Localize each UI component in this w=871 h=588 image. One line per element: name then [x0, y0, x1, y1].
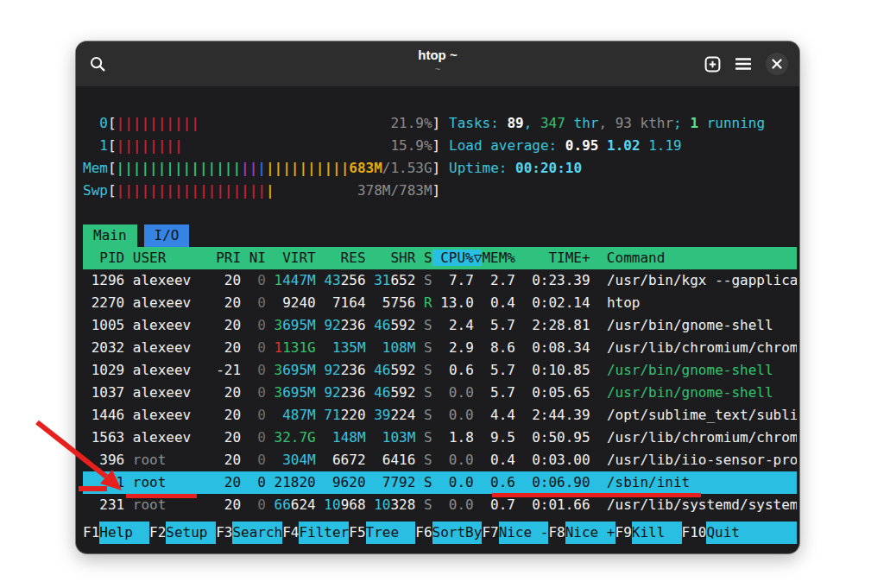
- system-stats: Tasks: 89, 347 thr, 93 kthr; 1 runningLo…: [449, 112, 765, 180]
- tab-main[interactable]: Main: [83, 224, 137, 247]
- table-header[interactable]: PID USER PRI NI VIRT RES SHR S CPU%▽MEM%…: [83, 247, 797, 269]
- fkey-label-search[interactable]: Search: [232, 522, 282, 544]
- fkey-f9: F9: [615, 522, 632, 544]
- fkey-label-nice-[interactable]: Nice -: [499, 522, 549, 544]
- process-row[interactable]: 1037 alexeev 20 0 3695M 92236 46592 S 0.…: [83, 382, 797, 404]
- stats-line: Tasks: 89, 347 thr, 93 kthr; 1 running: [449, 112, 765, 135]
- terminal-window: htop ~ ~: [76, 41, 799, 553]
- fkey-f5: F5: [349, 522, 365, 544]
- stats-line: Load average: 0.95 1.02 1.19: [449, 135, 765, 157]
- window-subtitle: ~: [76, 64, 799, 75]
- new-tab-icon: [704, 56, 721, 73]
- screen-tabs: MainI/O: [83, 224, 799, 247]
- process-row[interactable]: 1296 alexeev 20 0 1447M 43256 31652 S 7.…: [83, 269, 797, 292]
- process-row[interactable]: 2270 alexeev 20 0 9240 7164 5756 R 13.0 …: [83, 292, 797, 314]
- new-tab-button[interactable]: [704, 56, 721, 73]
- fkey-label-tree[interactable]: Tree: [366, 522, 416, 544]
- fkey-f8: F8: [548, 522, 565, 544]
- fkey-label-filter[interactable]: Filter: [299, 522, 349, 544]
- fkey-label-kill[interactable]: Kill: [632, 522, 682, 544]
- titlebar[interactable]: htop ~ ~: [76, 41, 799, 86]
- fkey-f2: F2: [149, 522, 166, 544]
- close-button[interactable]: [766, 53, 788, 75]
- process-row[interactable]: 1446 alexeev 20 0 487M 71220 39224 S 0.0…: [83, 404, 797, 427]
- window-title: htop ~: [76, 47, 799, 64]
- fkey-label-nice-[interactable]: Nice +: [565, 522, 615, 544]
- process-row-selected[interactable]: 1 root 20 0 21820 9620 7792 S 0.0 0.6 0:…: [83, 471, 797, 494]
- fkey-f7: F7: [482, 522, 498, 544]
- hamburger-icon: [735, 57, 751, 71]
- fkey-f10: F10: [682, 522, 707, 544]
- search-button[interactable]: [90, 56, 106, 73]
- process-row[interactable]: 1563 alexeev 20 0 32.7G 148M 103M S 1.8 …: [83, 427, 797, 449]
- fkey-f1: F1: [83, 522, 99, 544]
- fkey-label-help[interactable]: Help: [99, 522, 149, 544]
- close-icon: [772, 59, 782, 69]
- stats-line: Uptime: 00:20:10: [449, 157, 765, 180]
- process-row[interactable]: 2032 alexeev 20 0 1131G 135M 108M S 2.9 …: [83, 337, 797, 359]
- fkey-label-sortby[interactable]: SortBy: [432, 522, 483, 544]
- process-row[interactable]: 396 root 20 0 304M 6672 6416 S 0.0 0.4 0…: [83, 449, 797, 471]
- fkey-f6: F6: [415, 522, 432, 544]
- search-icon: [90, 56, 106, 73]
- process-row[interactable]: 1029 alexeev -21 0 3695M 92236 46592 S 0…: [83, 359, 797, 382]
- menu-button[interactable]: [735, 57, 751, 71]
- fkey-label-setup[interactable]: Setup: [166, 522, 216, 544]
- tab-io[interactable]: I/O: [144, 224, 190, 247]
- desktop-background: htop ~ ~: [0, 0, 871, 588]
- fkey-label-quit[interactable]: Quit: [706, 522, 797, 544]
- function-key-bar: F1Help F2Setup F3SearchF4FilterF5Tree F6…: [83, 522, 797, 544]
- process-row[interactable]: 231 root 20 0 66624 10968 10328 S 0.0 0.…: [83, 494, 797, 516]
- meter-swp: Swp[||||||||||||||||||| 378M/783M]: [83, 180, 799, 202]
- fkey-f3: F3: [216, 522, 232, 544]
- fkey-f4: F4: [282, 522, 299, 544]
- process-row[interactable]: 1005 alexeev 20 0 3695M 92236 46592 S 2.…: [83, 314, 797, 337]
- process-rows: 1296 alexeev 20 0 1447M 43256 31652 S 7.…: [76, 269, 799, 516]
- terminal[interactable]: 0[|||||||||| 21.9%] 1[|||||||| 15.9%]Mem…: [76, 86, 799, 553]
